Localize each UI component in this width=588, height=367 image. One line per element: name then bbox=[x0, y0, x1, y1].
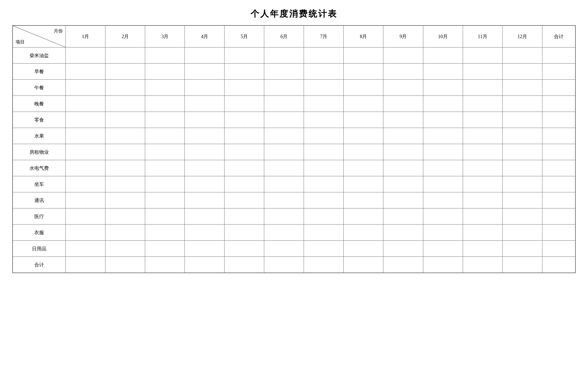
data-cell-r4-c3[interactable] bbox=[185, 112, 225, 128]
data-cell-r13-c12[interactable] bbox=[542, 257, 575, 273]
data-cell-r0-c8[interactable] bbox=[383, 47, 423, 64]
data-cell-r1-c2[interactable] bbox=[145, 64, 185, 80]
data-cell-r4-c12[interactable] bbox=[542, 112, 575, 128]
data-cell-r4-c10[interactable] bbox=[463, 112, 502, 128]
data-cell-r2-c4[interactable] bbox=[225, 80, 264, 96]
data-cell-r12-c1[interactable] bbox=[105, 241, 145, 257]
data-cell-r13-c6[interactable] bbox=[304, 257, 344, 273]
data-cell-r11-c0[interactable] bbox=[66, 225, 105, 241]
data-cell-r12-c4[interactable] bbox=[225, 241, 264, 257]
data-cell-r10-c4[interactable] bbox=[225, 208, 264, 225]
data-cell-r3-c3[interactable] bbox=[185, 96, 225, 112]
data-cell-r3-c2[interactable] bbox=[145, 96, 185, 112]
data-cell-r3-c12[interactable] bbox=[542, 96, 575, 112]
data-cell-r8-c0[interactable] bbox=[66, 176, 105, 192]
data-cell-r5-c10[interactable] bbox=[463, 128, 502, 144]
data-cell-r1-c0[interactable] bbox=[66, 64, 105, 80]
data-cell-r1-c3[interactable] bbox=[185, 64, 225, 80]
data-cell-r8-c12[interactable] bbox=[542, 176, 575, 192]
data-cell-r6-c5[interactable] bbox=[264, 144, 304, 160]
data-cell-r6-c0[interactable] bbox=[66, 144, 105, 160]
data-cell-r8-c8[interactable] bbox=[383, 176, 423, 192]
data-cell-r1-c12[interactable] bbox=[542, 64, 575, 80]
data-cell-r8-c6[interactable] bbox=[304, 176, 344, 192]
data-cell-r0-c6[interactable] bbox=[304, 47, 344, 64]
data-cell-r3-c9[interactable] bbox=[423, 96, 463, 112]
data-cell-r13-c5[interactable] bbox=[264, 257, 304, 273]
data-cell-r10-c12[interactable] bbox=[542, 208, 575, 225]
data-cell-r11-c10[interactable] bbox=[463, 225, 502, 241]
data-cell-r12-c3[interactable] bbox=[185, 241, 225, 257]
data-cell-r9-c2[interactable] bbox=[145, 192, 185, 208]
data-cell-r3-c8[interactable] bbox=[383, 96, 423, 112]
data-cell-r0-c9[interactable] bbox=[423, 47, 463, 64]
data-cell-r3-c1[interactable] bbox=[105, 96, 145, 112]
data-cell-r6-c10[interactable] bbox=[463, 144, 502, 160]
data-cell-r7-c6[interactable] bbox=[304, 160, 344, 176]
data-cell-r7-c2[interactable] bbox=[145, 160, 185, 176]
data-cell-r1-c6[interactable] bbox=[304, 64, 344, 80]
data-cell-r12-c8[interactable] bbox=[383, 241, 423, 257]
data-cell-r7-c5[interactable] bbox=[264, 160, 304, 176]
data-cell-r8-c3[interactable] bbox=[185, 176, 225, 192]
data-cell-r10-c3[interactable] bbox=[185, 208, 225, 225]
data-cell-r7-c7[interactable] bbox=[344, 160, 383, 176]
data-cell-r13-c10[interactable] bbox=[463, 257, 502, 273]
data-cell-r10-c0[interactable] bbox=[66, 208, 105, 225]
data-cell-r9-c5[interactable] bbox=[264, 192, 304, 208]
data-cell-r8-c10[interactable] bbox=[463, 176, 502, 192]
data-cell-r8-c9[interactable] bbox=[423, 176, 463, 192]
data-cell-r9-c8[interactable] bbox=[383, 192, 423, 208]
data-cell-r13-c7[interactable] bbox=[344, 257, 383, 273]
data-cell-r5-c11[interactable] bbox=[502, 128, 542, 144]
data-cell-r9-c3[interactable] bbox=[185, 192, 225, 208]
data-cell-r7-c10[interactable] bbox=[463, 160, 502, 176]
data-cell-r0-c3[interactable] bbox=[185, 47, 225, 64]
data-cell-r9-c12[interactable] bbox=[542, 192, 575, 208]
data-cell-r8-c5[interactable] bbox=[264, 176, 304, 192]
data-cell-r13-c0[interactable] bbox=[66, 257, 105, 273]
data-cell-r2-c12[interactable] bbox=[542, 80, 575, 96]
data-cell-r7-c1[interactable] bbox=[105, 160, 145, 176]
data-cell-r5-c0[interactable] bbox=[66, 128, 105, 144]
data-cell-r6-c4[interactable] bbox=[225, 144, 264, 160]
data-cell-r11-c7[interactable] bbox=[344, 225, 383, 241]
data-cell-r7-c12[interactable] bbox=[542, 160, 575, 176]
data-cell-r3-c5[interactable] bbox=[264, 96, 304, 112]
data-cell-r0-c5[interactable] bbox=[264, 47, 304, 64]
data-cell-r8-c7[interactable] bbox=[344, 176, 383, 192]
data-cell-r10-c7[interactable] bbox=[344, 208, 383, 225]
data-cell-r3-c4[interactable] bbox=[225, 96, 264, 112]
data-cell-r5-c1[interactable] bbox=[105, 128, 145, 144]
data-cell-r10-c10[interactable] bbox=[463, 208, 502, 225]
data-cell-r10-c11[interactable] bbox=[502, 208, 542, 225]
data-cell-r12-c0[interactable] bbox=[66, 241, 105, 257]
data-cell-r4-c7[interactable] bbox=[344, 112, 383, 128]
data-cell-r5-c6[interactable] bbox=[304, 128, 344, 144]
data-cell-r5-c4[interactable] bbox=[225, 128, 264, 144]
data-cell-r12-c2[interactable] bbox=[145, 241, 185, 257]
data-cell-r6-c8[interactable] bbox=[383, 144, 423, 160]
data-cell-r13-c8[interactable] bbox=[383, 257, 423, 273]
data-cell-r13-c11[interactable] bbox=[502, 257, 542, 273]
data-cell-r12-c5[interactable] bbox=[264, 241, 304, 257]
data-cell-r0-c12[interactable] bbox=[542, 47, 575, 64]
data-cell-r1-c5[interactable] bbox=[264, 64, 304, 80]
data-cell-r1-c8[interactable] bbox=[383, 64, 423, 80]
data-cell-r13-c2[interactable] bbox=[145, 257, 185, 273]
data-cell-r9-c0[interactable] bbox=[66, 192, 105, 208]
data-cell-r7-c0[interactable] bbox=[66, 160, 105, 176]
data-cell-r7-c11[interactable] bbox=[502, 160, 542, 176]
data-cell-r4-c1[interactable] bbox=[105, 112, 145, 128]
data-cell-r7-c8[interactable] bbox=[383, 160, 423, 176]
data-cell-r2-c1[interactable] bbox=[105, 80, 145, 96]
data-cell-r13-c4[interactable] bbox=[225, 257, 264, 273]
data-cell-r1-c11[interactable] bbox=[502, 64, 542, 80]
data-cell-r2-c8[interactable] bbox=[383, 80, 423, 96]
data-cell-r2-c6[interactable] bbox=[304, 80, 344, 96]
data-cell-r2-c0[interactable] bbox=[66, 80, 105, 96]
data-cell-r8-c11[interactable] bbox=[502, 176, 542, 192]
data-cell-r3-c10[interactable] bbox=[463, 96, 502, 112]
data-cell-r3-c0[interactable] bbox=[66, 96, 105, 112]
data-cell-r9-c11[interactable] bbox=[502, 192, 542, 208]
